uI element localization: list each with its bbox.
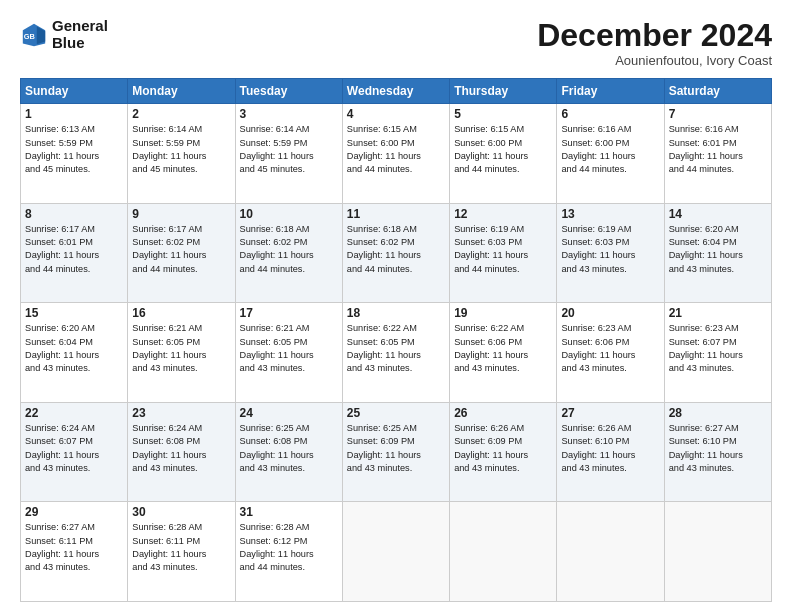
day-info: Sunrise: 6:19 AMSunset: 6:03 PMDaylight:…	[454, 223, 552, 276]
day-number: 28	[669, 406, 767, 420]
day-number: 1	[25, 107, 123, 121]
day-info: Sunrise: 6:23 AMSunset: 6:07 PMDaylight:…	[669, 322, 767, 375]
calendar-cell: 19Sunrise: 6:22 AMSunset: 6:06 PMDayligh…	[450, 303, 557, 403]
calendar-cell: 10Sunrise: 6:18 AMSunset: 6:02 PMDayligh…	[235, 203, 342, 303]
week-row-2: 8Sunrise: 6:17 AMSunset: 6:01 PMDaylight…	[21, 203, 772, 303]
day-number: 5	[454, 107, 552, 121]
calendar-cell: 11Sunrise: 6:18 AMSunset: 6:02 PMDayligh…	[342, 203, 449, 303]
calendar-cell: 7Sunrise: 6:16 AMSunset: 6:01 PMDaylight…	[664, 104, 771, 204]
calendar-cell: 22Sunrise: 6:24 AMSunset: 6:07 PMDayligh…	[21, 402, 128, 502]
calendar-cell: 28Sunrise: 6:27 AMSunset: 6:10 PMDayligh…	[664, 402, 771, 502]
day-info: Sunrise: 6:25 AMSunset: 6:08 PMDaylight:…	[240, 422, 338, 475]
calendar-cell: 17Sunrise: 6:21 AMSunset: 6:05 PMDayligh…	[235, 303, 342, 403]
svg-marker-1	[37, 26, 45, 44]
day-number: 12	[454, 207, 552, 221]
day-number: 4	[347, 107, 445, 121]
day-number: 11	[347, 207, 445, 221]
calendar-cell: 14Sunrise: 6:20 AMSunset: 6:04 PMDayligh…	[664, 203, 771, 303]
calendar-cell: 4Sunrise: 6:15 AMSunset: 6:00 PMDaylight…	[342, 104, 449, 204]
calendar-cell: 20Sunrise: 6:23 AMSunset: 6:06 PMDayligh…	[557, 303, 664, 403]
day-info: Sunrise: 6:17 AMSunset: 6:01 PMDaylight:…	[25, 223, 123, 276]
day-header-monday: Monday	[128, 79, 235, 104]
logo-icon: GB	[20, 21, 48, 49]
day-info: Sunrise: 6:22 AMSunset: 6:06 PMDaylight:…	[454, 322, 552, 375]
day-number: 10	[240, 207, 338, 221]
day-header-wednesday: Wednesday	[342, 79, 449, 104]
day-header-tuesday: Tuesday	[235, 79, 342, 104]
day-info: Sunrise: 6:15 AMSunset: 6:00 PMDaylight:…	[454, 123, 552, 176]
day-number: 27	[561, 406, 659, 420]
day-info: Sunrise: 6:14 AMSunset: 5:59 PMDaylight:…	[132, 123, 230, 176]
week-row-1: 1Sunrise: 6:13 AMSunset: 5:59 PMDaylight…	[21, 104, 772, 204]
calendar-cell: 3Sunrise: 6:14 AMSunset: 5:59 PMDaylight…	[235, 104, 342, 204]
calendar-cell: 6Sunrise: 6:16 AMSunset: 6:00 PMDaylight…	[557, 104, 664, 204]
day-number: 20	[561, 306, 659, 320]
day-info: Sunrise: 6:18 AMSunset: 6:02 PMDaylight:…	[347, 223, 445, 276]
day-number: 15	[25, 306, 123, 320]
day-number: 19	[454, 306, 552, 320]
calendar-cell	[557, 502, 664, 602]
calendar-cell: 1Sunrise: 6:13 AMSunset: 5:59 PMDaylight…	[21, 104, 128, 204]
logo: GB General Blue	[20, 18, 108, 51]
calendar-cell: 9Sunrise: 6:17 AMSunset: 6:02 PMDaylight…	[128, 203, 235, 303]
day-number: 6	[561, 107, 659, 121]
day-number: 14	[669, 207, 767, 221]
week-row-3: 15Sunrise: 6:20 AMSunset: 6:04 PMDayligh…	[21, 303, 772, 403]
calendar-cell: 13Sunrise: 6:19 AMSunset: 6:03 PMDayligh…	[557, 203, 664, 303]
day-info: Sunrise: 6:28 AMSunset: 6:12 PMDaylight:…	[240, 521, 338, 574]
page: GB General Blue December 2024 Aounienfou…	[0, 0, 792, 612]
day-info: Sunrise: 6:24 AMSunset: 6:08 PMDaylight:…	[132, 422, 230, 475]
day-number: 26	[454, 406, 552, 420]
day-info: Sunrise: 6:18 AMSunset: 6:02 PMDaylight:…	[240, 223, 338, 276]
day-info: Sunrise: 6:21 AMSunset: 6:05 PMDaylight:…	[132, 322, 230, 375]
day-header-saturday: Saturday	[664, 79, 771, 104]
day-number: 25	[347, 406, 445, 420]
day-info: Sunrise: 6:27 AMSunset: 6:11 PMDaylight:…	[25, 521, 123, 574]
day-number: 16	[132, 306, 230, 320]
calendar-header-row: SundayMondayTuesdayWednesdayThursdayFrid…	[21, 79, 772, 104]
day-number: 31	[240, 505, 338, 519]
calendar-cell	[342, 502, 449, 602]
day-number: 22	[25, 406, 123, 420]
day-number: 18	[347, 306, 445, 320]
day-number: 30	[132, 505, 230, 519]
location: Aounienfoutou, Ivory Coast	[537, 53, 772, 68]
day-info: Sunrise: 6:28 AMSunset: 6:11 PMDaylight:…	[132, 521, 230, 574]
calendar-cell: 25Sunrise: 6:25 AMSunset: 6:09 PMDayligh…	[342, 402, 449, 502]
day-info: Sunrise: 6:20 AMSunset: 6:04 PMDaylight:…	[25, 322, 123, 375]
calendar-cell: 27Sunrise: 6:26 AMSunset: 6:10 PMDayligh…	[557, 402, 664, 502]
calendar-cell	[664, 502, 771, 602]
calendar-cell: 29Sunrise: 6:27 AMSunset: 6:11 PMDayligh…	[21, 502, 128, 602]
calendar-cell: 30Sunrise: 6:28 AMSunset: 6:11 PMDayligh…	[128, 502, 235, 602]
calendar-cell: 31Sunrise: 6:28 AMSunset: 6:12 PMDayligh…	[235, 502, 342, 602]
day-number: 7	[669, 107, 767, 121]
month-title: December 2024	[537, 18, 772, 53]
day-info: Sunrise: 6:24 AMSunset: 6:07 PMDaylight:…	[25, 422, 123, 475]
day-info: Sunrise: 6:21 AMSunset: 6:05 PMDaylight:…	[240, 322, 338, 375]
calendar-cell: 5Sunrise: 6:15 AMSunset: 6:00 PMDaylight…	[450, 104, 557, 204]
day-info: Sunrise: 6:26 AMSunset: 6:09 PMDaylight:…	[454, 422, 552, 475]
calendar-cell: 21Sunrise: 6:23 AMSunset: 6:07 PMDayligh…	[664, 303, 771, 403]
day-info: Sunrise: 6:27 AMSunset: 6:10 PMDaylight:…	[669, 422, 767, 475]
calendar-cell: 24Sunrise: 6:25 AMSunset: 6:08 PMDayligh…	[235, 402, 342, 502]
day-info: Sunrise: 6:15 AMSunset: 6:00 PMDaylight:…	[347, 123, 445, 176]
day-number: 2	[132, 107, 230, 121]
calendar-cell: 12Sunrise: 6:19 AMSunset: 6:03 PMDayligh…	[450, 203, 557, 303]
day-number: 8	[25, 207, 123, 221]
day-info: Sunrise: 6:20 AMSunset: 6:04 PMDaylight:…	[669, 223, 767, 276]
day-info: Sunrise: 6:13 AMSunset: 5:59 PMDaylight:…	[25, 123, 123, 176]
day-number: 23	[132, 406, 230, 420]
day-header-sunday: Sunday	[21, 79, 128, 104]
day-number: 29	[25, 505, 123, 519]
calendar-cell: 16Sunrise: 6:21 AMSunset: 6:05 PMDayligh…	[128, 303, 235, 403]
day-info: Sunrise: 6:14 AMSunset: 5:59 PMDaylight:…	[240, 123, 338, 176]
header: GB General Blue December 2024 Aounienfou…	[20, 18, 772, 68]
calendar-cell: 18Sunrise: 6:22 AMSunset: 6:05 PMDayligh…	[342, 303, 449, 403]
header-right: December 2024 Aounienfoutou, Ivory Coast	[537, 18, 772, 68]
day-number: 21	[669, 306, 767, 320]
day-info: Sunrise: 6:16 AMSunset: 6:01 PMDaylight:…	[669, 123, 767, 176]
calendar-cell: 23Sunrise: 6:24 AMSunset: 6:08 PMDayligh…	[128, 402, 235, 502]
week-row-5: 29Sunrise: 6:27 AMSunset: 6:11 PMDayligh…	[21, 502, 772, 602]
calendar-cell: 15Sunrise: 6:20 AMSunset: 6:04 PMDayligh…	[21, 303, 128, 403]
day-info: Sunrise: 6:23 AMSunset: 6:06 PMDaylight:…	[561, 322, 659, 375]
